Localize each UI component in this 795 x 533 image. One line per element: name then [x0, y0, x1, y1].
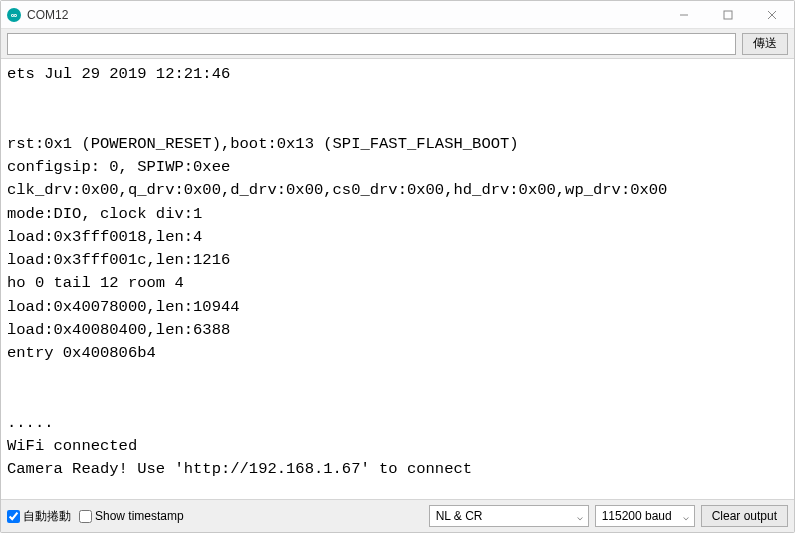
close-icon [767, 10, 777, 20]
timestamp-input[interactable] [79, 510, 92, 523]
clear-output-button[interactable]: Clear output [701, 505, 788, 527]
chevron-down-icon: ⌵ [683, 511, 689, 522]
chevron-down-icon: ⌵ [577, 511, 583, 522]
line-ending-value: NL & CR [436, 509, 483, 523]
serial-console-output[interactable]: ets Jul 29 2019 12:21:46 rst:0x1 (POWERO… [1, 59, 794, 500]
autoscroll-checkbox[interactable]: 自動捲動 [7, 508, 71, 525]
arduino-icon: ∞ [7, 8, 21, 22]
minimize-button[interactable] [662, 1, 706, 28]
title-left: ∞ COM12 [1, 8, 68, 22]
minimize-icon [679, 10, 689, 20]
line-ending-select[interactable]: NL & CR ⌵ [429, 505, 589, 527]
close-button[interactable] [750, 1, 794, 28]
maximize-icon [723, 10, 733, 20]
autoscroll-input[interactable] [7, 510, 20, 523]
bottom-toolbar: 自動捲動 Show timestamp NL & CR ⌵ 115200 bau… [1, 500, 794, 532]
serial-monitor-window: ∞ COM12 傳送 ets Jul 29 2019 12:21:46 rst:… [0, 0, 795, 533]
send-toolbar: 傳送 [1, 29, 794, 59]
send-button[interactable]: 傳送 [742, 33, 788, 55]
autoscroll-label: 自動捲動 [23, 508, 71, 525]
title-bar: ∞ COM12 [1, 1, 794, 29]
serial-send-input[interactable] [7, 33, 736, 55]
baud-rate-select[interactable]: 115200 baud ⌵ [595, 505, 695, 527]
window-title: COM12 [27, 8, 68, 22]
maximize-button[interactable] [706, 1, 750, 28]
baud-rate-value: 115200 baud [602, 509, 672, 523]
svg-rect-1 [724, 11, 732, 19]
timestamp-checkbox[interactable]: Show timestamp [79, 509, 184, 523]
timestamp-label: Show timestamp [95, 509, 184, 523]
window-controls [662, 1, 794, 28]
